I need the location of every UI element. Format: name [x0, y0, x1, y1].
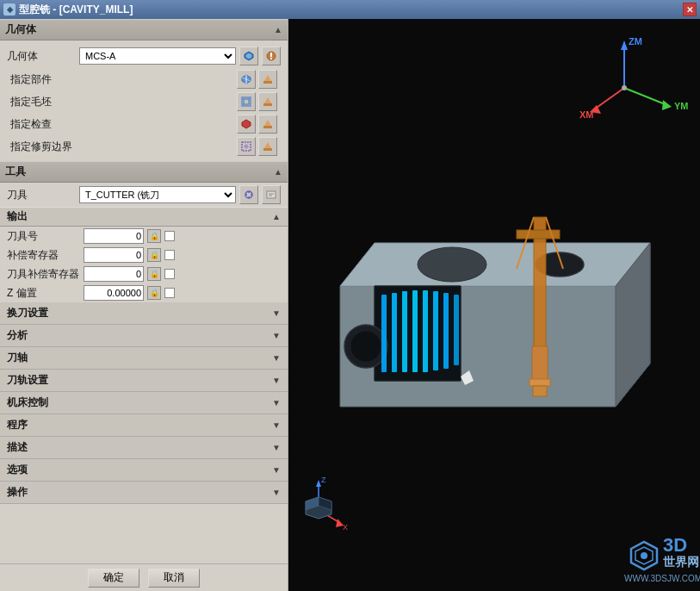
svg-rect-40	[412, 290, 418, 372]
cancel-button[interactable]: 取消	[148, 569, 200, 588]
analysis-label: 分析	[7, 328, 28, 343]
z-offset-checkbox[interactable]	[164, 288, 175, 298]
description-row[interactable]: 描述 ▼	[0, 437, 288, 459]
blank-label: 指定毛坯	[10, 95, 237, 109]
svg-marker-21	[244, 144, 249, 149]
tool-label: 刀具	[7, 188, 76, 202]
toolno-lock[interactable]: 🔒	[147, 229, 161, 243]
tool-btn2[interactable]	[262, 185, 281, 204]
track-settings-row[interactable]: 刀轨设置 ▼	[0, 370, 288, 392]
svg-rect-51	[533, 386, 547, 396]
svg-rect-18	[263, 126, 272, 128]
analysis-row[interactable]: 分析 ▼	[0, 325, 288, 347]
tool-register-input[interactable]	[84, 266, 144, 282]
output-subsection-header[interactable]: 输出 ▲	[0, 207, 288, 227]
tool-form-row: 刀具 T_CUTTER (铣刀	[0, 183, 288, 207]
axis-row[interactable]: 刀轴 ▼	[0, 347, 288, 370]
svg-rect-46	[532, 346, 548, 381]
part-icons	[237, 70, 277, 89]
program-row[interactable]: 程序 ▼	[0, 414, 288, 437]
program-label: 程序	[7, 418, 28, 432]
register-label: 补偿寄存器	[7, 248, 80, 263]
geometry-form-row: 几何体 MCS-A	[5, 44, 282, 68]
svg-rect-22	[263, 148, 272, 151]
geometry-section-arrow: ▲	[274, 25, 282, 34]
description-arrow: ▼	[272, 443, 281, 452]
svg-text:WWW.3DSJW.COM: WWW.3DSJW.COM	[624, 574, 700, 583]
geometry-btn2[interactable]	[262, 47, 281, 65]
toolno-label: 刀具号	[7, 229, 80, 244]
operation-label: 操作	[7, 485, 28, 500]
svg-rect-3	[270, 53, 272, 57]
part-btn2[interactable]	[258, 70, 277, 89]
blank-btn1[interactable]	[237, 92, 256, 111]
output-arrow: ▲	[272, 212, 281, 221]
toolno-input[interactable]	[84, 228, 144, 244]
check-btn1[interactable]	[237, 115, 256, 134]
svg-marker-9	[264, 75, 271, 81]
window-title: 型腔铣 - [CAVITY_MILL]	[19, 3, 133, 17]
part-btn1[interactable]	[237, 70, 256, 89]
analysis-arrow: ▼	[272, 331, 281, 340]
tool-change-row[interactable]: 换刀设置 ▼	[0, 302, 288, 325]
register-input[interactable]	[84, 247, 144, 263]
trim-btn1[interactable]	[237, 137, 256, 156]
svg-text:ZM: ZM	[629, 36, 642, 47]
confirm-button[interactable]: 确定	[88, 569, 139, 588]
left-panel: 几何体 ▲ 几何体 MCS-A 指定部件	[0, 19, 288, 591]
blank-row: 指定毛坯	[5, 90, 282, 113]
tool-register-checkbox[interactable]	[164, 269, 175, 279]
app-icon: ◈	[3, 3, 15, 16]
z-offset-input[interactable]	[84, 285, 144, 301]
svg-text:世界网: 世界网	[663, 555, 699, 569]
trim-row: 指定修剪边界	[5, 135, 282, 158]
svg-rect-11	[244, 99, 249, 104]
check-btn2[interactable]	[258, 115, 277, 134]
svg-rect-42	[433, 291, 438, 370]
trim-btn2[interactable]	[258, 137, 277, 156]
geometry-btn1[interactable]	[239, 47, 258, 65]
tool-select[interactable]: T_CUTTER (铣刀	[79, 186, 236, 203]
toolno-checkbox[interactable]	[164, 231, 175, 241]
title-bar: ◈ 型腔铣 - [CAVITY_MILL] ✕	[0, 0, 700, 19]
track-settings-label: 刀轨设置	[7, 373, 48, 388]
z-offset-lock[interactable]: 🔒	[147, 286, 161, 300]
axis-arrow: ▼	[272, 353, 281, 363]
svg-rect-39	[402, 291, 407, 372]
geometry-select[interactable]: MCS-A	[79, 47, 236, 65]
scene-svg: ZM YM XM Z X	[288, 19, 700, 591]
z-offset-label: Z 偏置	[7, 286, 80, 301]
geometry-section-header[interactable]: 几何体 ▲	[0, 19, 288, 40]
machine-control-row[interactable]: 机床控制 ▼	[0, 392, 288, 414]
blank-btn2[interactable]	[258, 92, 277, 111]
svg-text:YM: YM	[674, 101, 689, 111]
svg-rect-38	[392, 293, 397, 372]
axis-label: 刀轴	[7, 351, 28, 365]
svg-text:X: X	[343, 523, 348, 532]
svg-rect-43	[443, 293, 449, 369]
svg-text:3D: 3D	[663, 534, 687, 556]
check-row: 指定检查	[5, 113, 282, 135]
operation-arrow: ▼	[272, 488, 281, 497]
geometry-section-content: 几何体 MCS-A 指定部件	[0, 40, 288, 161]
svg-rect-8	[263, 81, 272, 84]
register-checkbox[interactable]	[164, 250, 175, 260]
svg-rect-44	[454, 295, 459, 365]
main-content: 几何体 ▲ 几何体 MCS-A 指定部件	[0, 19, 700, 591]
track-settings-arrow: ▼	[272, 376, 281, 385]
tool-section-header[interactable]: 工具 ▲	[0, 161, 288, 183]
part-row: 指定部件	[5, 68, 282, 90]
program-arrow: ▼	[272, 420, 281, 430]
register-lock[interactable]: 🔒	[147, 248, 161, 262]
svg-rect-29	[267, 191, 276, 198]
tool-register-lock[interactable]: 🔒	[147, 267, 161, 281]
close-button[interactable]: ✕	[683, 3, 697, 16]
operation-row[interactable]: 操作 ▼	[0, 482, 288, 504]
description-label: 描述	[7, 440, 28, 455]
output-subsection-title: 输出	[7, 209, 28, 224]
svg-rect-4	[270, 58, 272, 59]
options-row[interactable]: 选项 ▼	[0, 459, 288, 482]
machine-control-arrow: ▼	[272, 398, 281, 407]
geometry-section-title: 几何体	[5, 22, 36, 37]
tool-btn1[interactable]	[239, 185, 258, 204]
